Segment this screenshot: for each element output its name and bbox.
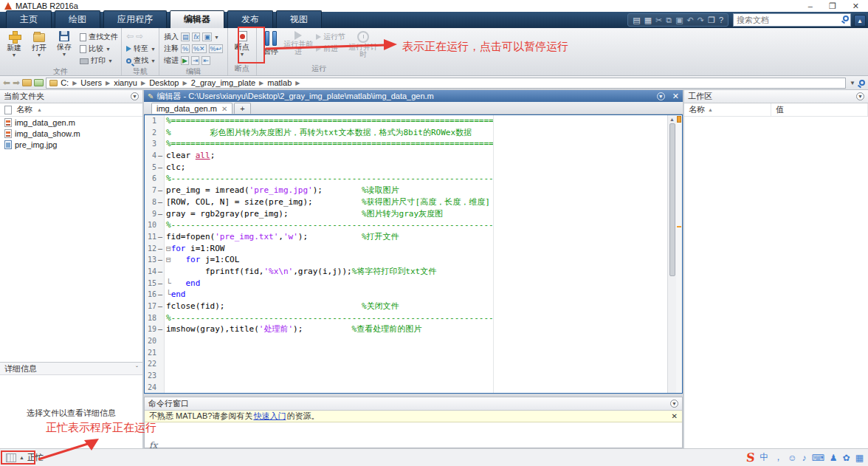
analyzer-warning-tick[interactable] [677,226,681,227]
compare-button[interactable]: 比较▼ [80,44,118,54]
code-line[interactable]: 15–└ end [145,278,667,289]
folder-search-icon[interactable] [859,80,865,86]
search-icon[interactable] [843,16,849,21]
code-line[interactable]: 23 [145,370,667,382]
skin-icon[interactable]: ✿ [843,453,850,463]
scroll-up-icon[interactable]: ▲ [669,115,675,122]
editor-menu-icon[interactable]: ▼ [657,92,665,100]
details-header[interactable]: 详细信息 ˇ [0,362,142,375]
code-line[interactable]: 7–pre_img = imread('pre_img.jpg'); %读取图片 [145,185,667,196]
getting-started-link[interactable]: 快速入门 [253,411,286,422]
code-editor[interactable]: 1%======================================… [144,114,683,394]
insert-function-icon[interactable]: fx [192,32,200,41]
workspace-menu-icon[interactable]: ▼ [856,92,864,100]
minimize-button[interactable]: – [808,1,813,11]
redo-icon[interactable]: ↷ [698,15,704,25]
code-line[interactable]: 5–clc; [145,162,667,174]
copy-icon[interactable]: ⧉ [666,15,672,25]
run-and-time-button[interactable]: 运行并计时 [347,30,379,58]
chinese-mode-icon[interactable]: 中 [760,451,768,464]
code-line[interactable]: 18%-------------------------------------… [145,312,667,324]
code-line[interactable]: 22 [145,358,667,370]
person-icon[interactable]: ♟ [830,453,838,463]
doc-search-input[interactable] [733,13,851,27]
insert-section-icon[interactable]: ▤ [181,32,190,41]
code-line[interactable]: 2% 彩色图片转为灰度图片，再转为txt文本数据，格式为8bit的ROWex数据 [145,127,667,139]
analyzer-warning-icon[interactable] [677,116,681,123]
breadcrumb-segment[interactable]: Desktop [149,78,179,87]
code-line[interactable]: 3%======================================… [145,138,667,150]
workspace-col-name[interactable]: 名称 ▲ [684,103,771,116]
ribbon-tab-绘图[interactable]: 绘图 [55,10,100,28]
code-line[interactable]: 20 [145,335,667,347]
restore-button[interactable]: ❐ [829,1,836,11]
code-line[interactable]: 13–⊟ for j=1:COL [145,254,667,266]
comment-icon[interactable]: % [181,44,190,53]
ribbon-tab-发布[interactable]: 发布 [227,10,273,28]
cut-icon[interactable]: ✂ [655,15,662,25]
breadcrumb-dropdown-icon[interactable]: ▼ [848,80,857,86]
code-line[interactable]: 17–fclose(fid); %关闭文件 [145,301,667,312]
editor-scrollbar[interactable]: ▲ [667,115,676,393]
code-line[interactable]: 11–fid=fopen('pre_img.txt','w'); %打开文件 [145,231,667,243]
toolbox-icon[interactable]: ▦ [855,453,864,463]
smart-indent-icon[interactable]: ▶ [181,56,189,65]
ribbon-tab-应用程序[interactable]: 应用程序 [103,10,167,28]
code-line[interactable]: 8–[ROW, COL, N] = size(pre_img); %获得图片尺寸… [145,196,667,208]
emoji-icon[interactable]: ☺ [788,453,796,463]
code-line[interactable]: 24 [145,382,667,393]
new-script-icon[interactable]: ▤ [633,15,640,25]
code-line[interactable]: 6%--------------------------------------… [145,173,667,185]
indent-right-icon[interactable]: ⇥ [191,56,200,65]
print-button[interactable]: 打印▼ [80,55,118,66]
code-line[interactable]: 4–clear all; [145,150,667,162]
code-line[interactable]: 19–imshow(gray),title('处理前'); %查看处理前的图片 [145,323,667,335]
wrap-comment-icon[interactable]: %↩ [209,44,224,53]
scrollbar-thumb[interactable] [669,123,675,276]
insert-button[interactable]: 插入 ▤ fx ▣ ▼ [164,32,219,42]
window-icon[interactable]: ❐ [708,15,715,25]
browse-folder-icon[interactable] [22,79,32,86]
ribbon-tab-编辑器[interactable]: 编辑器 [170,10,224,28]
workspace-col-value[interactable]: 值 [771,103,868,116]
code-line[interactable]: 1%======================================… [145,115,667,127]
indent-left-icon[interactable]: ⇤ [202,56,210,65]
file-row[interactable]: img_data_show.m [0,128,142,139]
file-row[interactable]: pre_img.jpg [0,139,142,150]
indent-button[interactable]: 缩进 ▶ ⇥ ⇤ [164,55,210,66]
advance-button[interactable]: 前进 [316,44,345,54]
goto-button[interactable]: 转至▼ [126,44,156,54]
forward-icon[interactable]: ⇨ [136,31,143,41]
breadcrumb-segment[interactable]: Users [80,78,102,87]
new-button[interactable]: 新建▼ [1,30,27,58]
run-section-button[interactable]: 运行节 [316,32,345,42]
find-files-button[interactable]: 查找文件 [80,32,118,42]
code-line[interactable]: 10%-------------------------------------… [145,219,667,231]
new-tab-button[interactable]: + [234,103,250,114]
open-button[interactable]: 打开▼ [27,30,52,58]
undo-icon[interactable]: ↶ [687,15,694,25]
editor-tab[interactable]: img_data_gen.m ✕ [151,103,232,114]
collapse-ribbon-button[interactable]: ▲ [854,15,866,27]
sogou-logo-icon[interactable]: S [745,450,756,465]
up-one-level-icon[interactable] [34,79,44,86]
tab-close-icon[interactable]: ✕ [221,105,227,113]
ribbon-tab-视图[interactable]: 视图 [276,10,322,28]
run-and-advance-button[interactable]: 运行并前进 [283,30,313,55]
breadcrumb-segment[interactable]: xianyu [114,78,137,87]
name-column-header[interactable]: 名称 ▲ [0,103,142,117]
code-line[interactable]: 14– fprintf(fid,'%x\n',gray(i,j));%将字符打印… [145,266,667,278]
soft-keyboard-icon[interactable]: ⌨ [812,453,824,463]
save-icon[interactable]: ▦ [644,15,652,25]
breadcrumb-segment[interactable]: C: [61,78,69,87]
command-input-area[interactable]: fx [145,422,682,448]
back-nav-icon[interactable]: ⬅ [3,78,10,88]
save-button[interactable]: 保存▼ [52,30,77,57]
find-button[interactable]: 查找▼ [126,55,156,66]
comment-button[interactable]: 注释 % %✕ %↩ [164,44,223,54]
paste-icon[interactable]: ▣ [675,15,683,25]
voice-input-icon[interactable]: ♪ [802,453,807,463]
file-row[interactable]: img_data_gen.m [0,117,142,128]
editor-close-icon[interactable]: ✕ [672,92,679,101]
code-lines[interactable]: 1%======================================… [145,115,667,393]
